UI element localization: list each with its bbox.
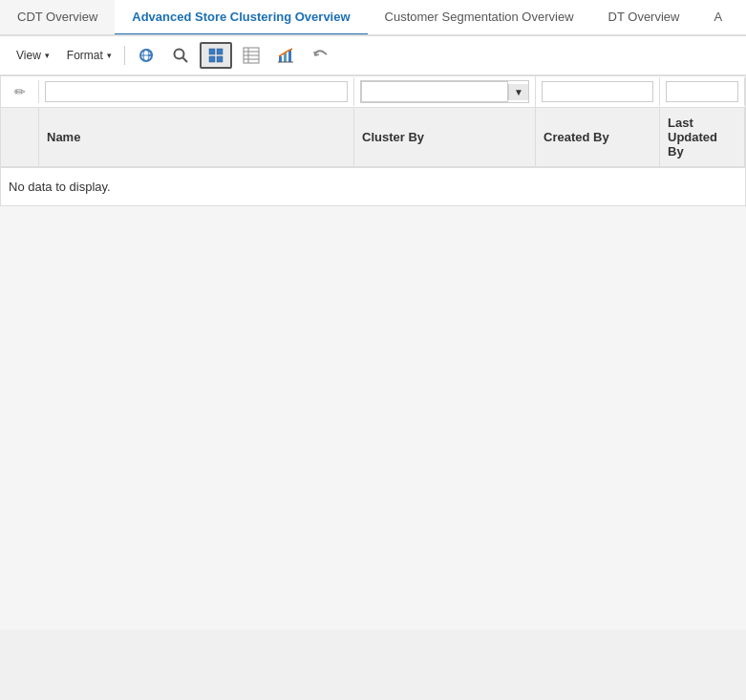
- filter-cluster-cell: ▼: [354, 76, 536, 107]
- view-button[interactable]: View ▾: [10, 45, 56, 66]
- filter-pencil-cell: ✏: [1, 80, 39, 103]
- chart-button[interactable]: [270, 43, 301, 68]
- toolbar: View ▾ Format ▾: [0, 36, 746, 75]
- grid-view-button[interactable]: [200, 42, 232, 69]
- refresh-button[interactable]: [131, 43, 161, 68]
- search-icon: [172, 47, 189, 64]
- cluster-filter-input[interactable]: [361, 81, 508, 102]
- filter-last-updated-cell: [660, 77, 745, 106]
- svg-rect-7: [209, 56, 215, 62]
- svg-line-4: [182, 58, 187, 63]
- created-filter-input[interactable]: [542, 81, 653, 102]
- header-cluster-by: Cluster By: [354, 108, 536, 166]
- last-updated-filter-input[interactable]: [666, 81, 738, 102]
- chart-icon: [277, 47, 294, 64]
- svg-rect-5: [209, 49, 215, 54]
- column-header-row: Name Cluster By Created By Last Updated …: [1, 108, 745, 168]
- svg-rect-14: [279, 56, 282, 62]
- svg-rect-6: [217, 49, 223, 54]
- view-dropdown-arrow: ▾: [45, 51, 50, 60]
- svg-point-3: [174, 50, 183, 59]
- edit-pencil-icon: ✏: [14, 84, 26, 99]
- no-data-message: No data to display.: [1, 168, 745, 205]
- tab-bar: CDT Overview Advanced Store Clustering O…: [0, 0, 746, 36]
- tab-customer-segmentation[interactable]: Customer Segmentation Overview: [368, 0, 591, 36]
- format-button[interactable]: Format ▾: [60, 45, 118, 66]
- search-button[interactable]: [165, 43, 196, 68]
- grid-view-icon: [207, 47, 224, 64]
- svg-rect-8: [217, 56, 223, 62]
- header-last-updated-by: Last Updated By: [660, 108, 745, 166]
- filter-row: ✏ ▼: [1, 76, 745, 108]
- tab-dt-overview[interactable]: DT Overview: [591, 0, 697, 36]
- header-pencil-cell: [1, 108, 39, 166]
- main-content: ✏ ▼ Name Cl: [0, 75, 746, 629]
- toolbar-separator-1: [124, 46, 125, 65]
- tab-cdt-overview[interactable]: CDT Overview: [0, 0, 115, 36]
- refresh-icon: [138, 47, 155, 64]
- format-dropdown-arrow: ▾: [107, 51, 112, 60]
- tab-more[interactable]: A: [696, 0, 739, 36]
- filter-created-cell: [536, 77, 660, 106]
- header-created-by: Created By: [536, 108, 660, 166]
- tab-advanced-store-clustering[interactable]: Advanced Store Clustering Overview: [115, 0, 367, 36]
- undo-button[interactable]: [305, 43, 335, 68]
- cluster-dropdown-arrow-button[interactable]: ▼: [508, 84, 528, 100]
- table-view-button[interactable]: [236, 43, 266, 68]
- table-view-icon: [243, 47, 260, 64]
- svg-rect-16: [288, 50, 291, 62]
- data-table: ✏ ▼ Name Cl: [0, 75, 746, 206]
- undo-icon: [311, 47, 329, 64]
- name-filter-input[interactable]: [45, 81, 348, 102]
- filter-name-cell: [39, 77, 354, 106]
- cluster-filter-select-wrapper: ▼: [360, 80, 529, 103]
- header-name: Name: [39, 108, 354, 166]
